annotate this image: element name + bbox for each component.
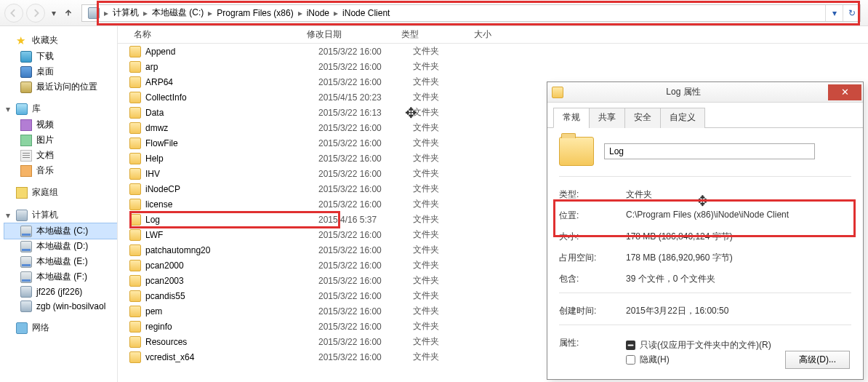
prop-value-type: 文件夹 — [626, 188, 851, 201]
file-type: 文件夹 — [413, 183, 486, 195]
folder-name-input[interactable] — [604, 143, 815, 159]
sidebar-item-drive-e[interactable]: 本地磁盘 (E:) — [4, 254, 117, 269]
prop-label-attributes: 属性: — [559, 337, 626, 349]
folder-icon — [129, 153, 141, 164]
file-type: 文件夹 — [413, 305, 486, 317]
breadcrumb-segment[interactable]: iNode Client — [339, 5, 393, 21]
drive-icon — [20, 241, 32, 252]
folder-icon — [129, 336, 141, 348]
sidebar-item-downloads[interactable]: 下载 — [4, 49, 117, 64]
sidebar-favorites-header[interactable]: ★收藏夹 — [4, 32, 117, 49]
file-date: 2015/3/22 16:13 — [318, 108, 413, 118]
file-type: 文件夹 — [413, 152, 486, 164]
sidebar-item-pictures[interactable]: 图片 — [4, 132, 117, 148]
tab-general[interactable]: 常规 — [553, 108, 590, 128]
file-date: 2015/3/22 16:00 — [318, 245, 413, 255]
file-name: Append — [145, 47, 175, 57]
sidebar-item-music[interactable]: 音乐 — [4, 163, 117, 178]
nav-history-dropdown[interactable]: ▾ — [47, 4, 61, 23]
chevron-right-icon[interactable]: ▸ — [103, 8, 110, 18]
address-bar[interactable]: ▸ 计算机 ▸ 本地磁盘 (C:) ▸ Program Files (x86) … — [81, 4, 861, 22]
column-header-name[interactable]: 名称 — [118, 28, 307, 41]
recent-icon — [20, 81, 32, 93]
library-icon — [16, 103, 28, 115]
sidebar-item-drive-c[interactable]: 本地磁盘 (C:) — [4, 223, 117, 239]
folder-icon — [129, 107, 141, 119]
sidebar-item-documents[interactable]: 文档 — [4, 148, 117, 163]
refresh-button[interactable]: ↻ — [843, 5, 860, 21]
chevron-right-icon[interactable]: ▸ — [142, 8, 149, 18]
column-header-date[interactable]: 修改日期 — [307, 28, 401, 41]
sidebar-item-network-pc[interactable]: zgb (win-bosilvaol — [4, 299, 117, 314]
document-icon — [20, 150, 32, 162]
chevron-right-icon[interactable]: ▸ — [332, 8, 339, 18]
tab-security[interactable]: 安全 — [624, 108, 661, 128]
sidebar-item-videos[interactable]: 视频 — [4, 117, 117, 132]
file-name: CollectInfo — [145, 92, 187, 103]
folder-icon — [129, 244, 141, 256]
nav-up-button[interactable] — [61, 4, 76, 23]
sidebar-item-recent[interactable]: 最近访问的位置 — [4, 79, 117, 95]
separator — [559, 176, 851, 177]
checkbox-input[interactable] — [626, 341, 635, 350]
sidebar-libraries-header[interactable]: ▾库 — [4, 100, 117, 117]
sidebar-item-drive-d[interactable]: 本地磁盘 (D:) — [4, 239, 117, 254]
address-dropdown-button[interactable]: ▾ — [825, 5, 843, 21]
file-date: 2015/3/22 16:00 — [318, 138, 413, 148]
network-icon — [16, 322, 28, 334]
prop-value-size: 178 MB (186,840,124 字节) — [626, 231, 851, 243]
properties-dialog: Log 属性 ✕ 常规 共享 安全 自定义 类型:文件夹 位置:C:\Progr… — [547, 81, 864, 380]
file-date: 2015/3/22 16:00 — [318, 77, 413, 87]
drive-icon — [20, 271, 32, 283]
dialog-body: 类型:文件夹 位置:C:\Program Files (x86)\iNode\i… — [547, 128, 863, 379]
drive-icon — [20, 256, 32, 268]
chevron-right-icon[interactable]: ▸ — [297, 8, 304, 18]
breadcrumb-segment[interactable]: 计算机 — [110, 5, 142, 21]
folder-icon — [129, 138, 141, 149]
sidebar-label: 收藏夹 — [32, 34, 58, 47]
nav-forward-button[interactable] — [26, 4, 45, 23]
breadcrumb-segment[interactable]: Program Files (x86) — [214, 5, 296, 21]
folder-icon — [559, 137, 594, 166]
file-type: 文件夹 — [413, 198, 486, 210]
file-type: 文件夹 — [413, 91, 486, 103]
chevron-right-icon[interactable]: ▸ — [206, 8, 214, 18]
tab-sharing[interactable]: 共享 — [589, 108, 625, 128]
folder-icon — [129, 321, 141, 333]
column-header-size[interactable]: 大小 — [474, 28, 525, 41]
sidebar-item-label: 图片 — [36, 134, 54, 146]
video-icon — [20, 119, 32, 131]
file-name: FlowFile — [145, 138, 178, 148]
sidebar-computer-header[interactable]: ▾计算机 — [4, 207, 117, 223]
breadcrumb-segment[interactable]: 本地磁盘 (C:) — [149, 5, 206, 21]
file-date: 2015/4/15 20:23 — [318, 92, 413, 103]
advanced-button[interactable]: 高级(D)... — [785, 351, 850, 369]
file-name: pcan2003 — [145, 276, 184, 286]
file-type: 文件夹 — [413, 335, 486, 348]
column-header-type[interactable]: 类型 — [401, 28, 474, 41]
file-row[interactable]: arp2015/3/22 16:00文件夹 — [118, 59, 868, 74]
sidebar-item-label: 本地磁盘 (F:) — [36, 271, 87, 283]
checkbox-input[interactable] — [626, 355, 635, 365]
close-button[interactable]: ✕ — [828, 84, 861, 100]
folder-icon — [129, 351, 141, 363]
file-date: 2015/3/22 16:00 — [318, 337, 413, 347]
sidebar-item-drive-f[interactable]: 本地磁盘 (F:) — [4, 269, 117, 284]
nav-back-button[interactable] — [4, 4, 23, 23]
file-name: arp — [145, 62, 158, 72]
breadcrumb-segment[interactable]: iNode — [304, 5, 332, 21]
dialog-titlebar[interactable]: Log 属性 ✕ — [547, 82, 863, 103]
sidebar-item-label: 桌面 — [36, 65, 54, 78]
readonly-checkbox[interactable]: 只读(仅应用于文件夹中的文件)(R) — [626, 339, 851, 351]
file-row[interactable]: Append2015/3/22 16:00文件夹 — [118, 44, 868, 59]
checkbox-label: 隐藏(H) — [640, 354, 670, 366]
tab-customize[interactable]: 自定义 — [660, 108, 705, 128]
sidebar-network-header[interactable]: 网络 — [4, 319, 117, 336]
toolbar: ▾ ▸ 计算机 ▸ 本地磁盘 (C:) ▸ Program Files (x86… — [0, 0, 868, 26]
folder-icon — [129, 92, 141, 103]
file-name: Data — [145, 108, 164, 118]
sidebar-homegroup-header[interactable]: 家庭组 — [4, 184, 117, 201]
sidebar-item-network-pc[interactable]: jf226 (jf226) — [4, 284, 117, 299]
file-type: 文件夹 — [413, 122, 486, 134]
sidebar-item-desktop[interactable]: 桌面 — [4, 64, 117, 79]
